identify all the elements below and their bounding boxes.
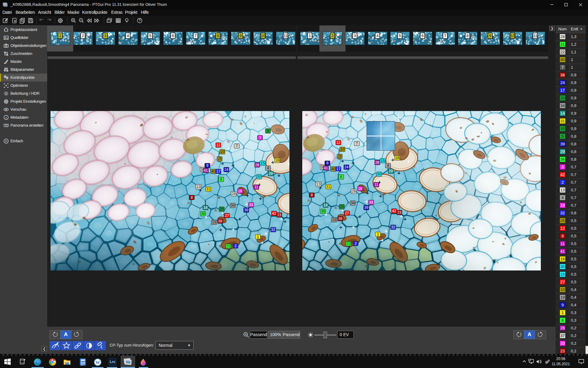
svg-text:W: W xyxy=(96,360,100,365)
